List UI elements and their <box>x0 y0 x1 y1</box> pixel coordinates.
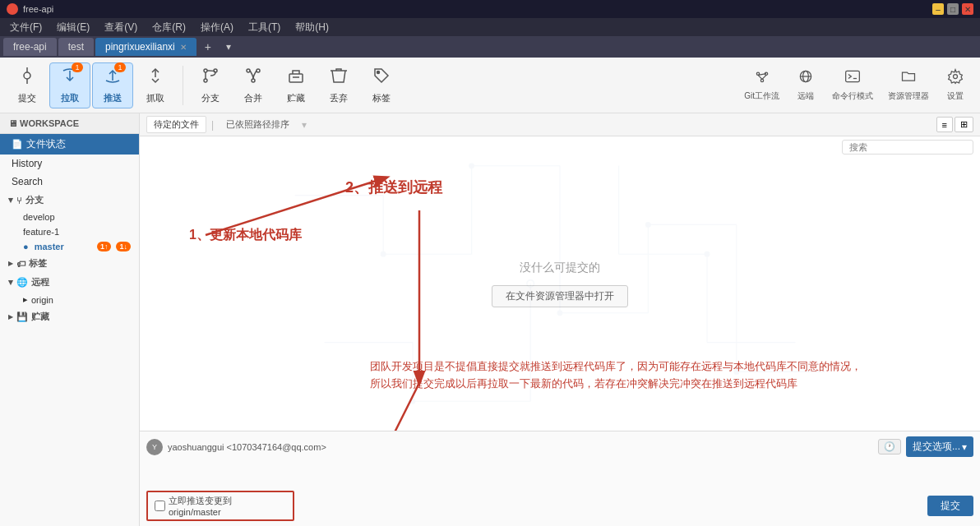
file-area: 没什么可提交的 在文件资源管理器中打开 <box>140 136 980 431</box>
push-label[interactable]: 立即推送变更到 origin/master <box>169 495 286 517</box>
tab-pingrixuexilianxi[interactable]: pingrixuexilianxi ✕ <box>95 38 196 56</box>
tab-sorted-by-path[interactable]: 已依照路径排序 <box>219 116 297 133</box>
explorer-icon <box>900 68 917 89</box>
close-button[interactable]: ✕ <box>962 3 973 15</box>
terminal-icon <box>844 68 861 89</box>
toolbar-right-group: Git工作流 远端 命令行模式 <box>737 62 973 108</box>
tab-pending-files[interactable]: 待定的文件 <box>146 116 206 133</box>
svg-point-43 <box>734 370 739 375</box>
commit-message-input[interactable] <box>146 460 973 485</box>
merge-button[interactable]: 合并 <box>233 62 274 108</box>
svg-point-34 <box>469 164 474 168</box>
sidebar-tags-group[interactable]: ▸ 🏷 标签 <box>0 254 139 273</box>
maximize-button[interactable]: □ <box>947 3 959 15</box>
branch-icon <box>201 66 220 90</box>
terminal-button[interactable]: 命令行模式 <box>825 62 880 108</box>
sidebar-remote-origin[interactable]: ▸ origin <box>0 292 139 307</box>
chevron-right-icon: ▸ <box>8 258 13 269</box>
tab-free-api[interactable]: free-api <box>3 38 57 56</box>
menu-tools[interactable]: 工具(T) <box>242 19 287 36</box>
svg-point-10 <box>247 69 250 72</box>
settings-icon <box>947 68 964 89</box>
dropdown-arrow-icon: ▾ <box>962 441 967 453</box>
chevron-down-icon: ▾ <box>8 195 13 205</box>
window-controls[interactable]: – □ ✕ <box>932 3 973 15</box>
pull-icon: 1 <box>60 66 80 90</box>
toolbar-separator-1 <box>183 66 183 105</box>
commit-time-icon[interactable]: 🕐 <box>878 439 901 454</box>
toolbar-branch-group: 分支 合并 贮藏 <box>190 62 402 108</box>
svg-point-11 <box>257 69 260 72</box>
menu-view[interactable]: 查看(V) <box>98 19 144 36</box>
toolbar-main-group: 提交 1 拉取 1 推送 <box>7 62 176 108</box>
discard-icon <box>329 66 349 90</box>
menu-repo[interactable]: 仓库(R) <box>146 19 192 36</box>
sidebar-branch-develop[interactable]: develop <box>0 210 139 224</box>
view-buttons: ≡ ⊞ <box>936 117 973 132</box>
sidebar-item-file-status[interactable]: 📄 文件状态 <box>0 134 139 155</box>
chevron-right-icon-2: ▸ <box>23 294 28 305</box>
content-wrapper: 没什么可提交的 在文件资源管理器中打开 <box>140 136 980 431</box>
tab-add-button[interactable]: + <box>198 38 218 56</box>
git-workflow-button[interactable]: Git工作流 <box>737 62 786 108</box>
circuit-bg <box>140 136 980 431</box>
sidebar-branch-master[interactable]: ● master 1↑ 1↓ <box>0 239 139 254</box>
submit-commit-button[interactable]: 提交 <box>927 496 973 516</box>
sidebar-branches-group[interactable]: ▾ ⑂ 分支 <box>0 191 139 210</box>
commit-button[interactable]: 提交 <box>7 62 48 108</box>
svg-point-31 <box>381 251 386 256</box>
remote-button[interactable]: 远端 <box>788 62 824 108</box>
grid-view-button[interactable]: ⊞ <box>955 117 973 132</box>
minimize-button[interactable]: – <box>932 3 944 15</box>
tab-close-icon[interactable]: ✕ <box>180 43 187 52</box>
explorer-button[interactable]: 资源管理器 <box>881 62 936 108</box>
push-button[interactable]: 1 推送 <box>92 62 133 108</box>
commit-author: Y yaoshuanggui <1070347164@qq.com> 🕐 提交选… <box>146 436 973 457</box>
push-icon: 1 <box>103 66 122 90</box>
tab-test[interactable]: test <box>58 38 94 56</box>
sidebar-branch-feature1[interactable]: feature-1 <box>0 224 139 239</box>
push-checkbox[interactable] <box>155 501 165 511</box>
no-commit-text: 没什么可提交的 <box>520 261 600 275</box>
title-bar: free-api – □ ✕ <box>0 0 980 18</box>
svg-point-47 <box>410 399 415 404</box>
menu-help[interactable]: 帮助(H) <box>289 19 335 36</box>
workspace-icon: 🖥 <box>8 118 20 128</box>
svg-point-12 <box>252 79 255 82</box>
stash-button[interactable]: 贮藏 <box>275 62 317 108</box>
commit-footer: 立即推送变更到 origin/master 提交 <box>146 491 973 521</box>
remote-icon <box>797 68 814 89</box>
sidebar-remotes-group[interactable]: ▾ 🌐 远程 <box>0 273 139 292</box>
menu-action[interactable]: 操作(A) <box>194 19 240 36</box>
sidebar-stash-group[interactable]: ▸ 💾 贮藏 <box>0 307 139 326</box>
pull-button[interactable]: 1 拉取 <box>49 62 90 108</box>
fetch-button[interactable]: 抓取 <box>135 62 176 108</box>
content-area: 待定的文件 | 已依照路径排序 ▾ ≡ ⊞ <box>140 113 980 526</box>
list-view-button[interactable]: ≡ <box>936 117 953 132</box>
commit-options-button[interactable]: 提交选项... ▾ <box>906 436 973 457</box>
merge-icon <box>243 66 263 90</box>
menu-file[interactable]: 文件(F) <box>3 19 49 36</box>
svg-point-28 <box>954 75 958 79</box>
settings-button[interactable]: 设置 <box>937 62 973 108</box>
sidebar-item-history[interactable]: History <box>0 155 139 173</box>
current-branch-icon: ● <box>23 242 29 251</box>
sidebar-item-search[interactable]: Search <box>0 173 139 191</box>
tab-bar: free-api test pingrixuexilianxi ✕ + ▾ <box>0 36 980 58</box>
fetch-icon <box>146 66 165 90</box>
menu-edit[interactable]: 编辑(E) <box>50 19 96 36</box>
push-checkbox-container: 立即推送变更到 origin/master <box>146 491 294 521</box>
tag-sidebar-icon: 🏷 <box>16 259 25 269</box>
commit-icon <box>17 66 37 90</box>
tag-button[interactable]: 标签 <box>361 62 402 108</box>
tab-dropdown-icon[interactable]: ▾ <box>220 39 238 55</box>
branch-button[interactable]: 分支 <box>190 62 231 108</box>
svg-point-16 <box>377 72 380 74</box>
discard-button[interactable]: 丢弃 <box>318 62 359 108</box>
stash-icon <box>286 66 306 90</box>
svg-point-53 <box>705 251 710 256</box>
workspace-label: 🖥 WORKSPACE <box>0 113 139 134</box>
svg-rect-26 <box>846 71 860 81</box>
svg-point-40 <box>646 223 651 228</box>
open-folder-button[interactable]: 在文件资源管理器中打开 <box>492 285 628 307</box>
